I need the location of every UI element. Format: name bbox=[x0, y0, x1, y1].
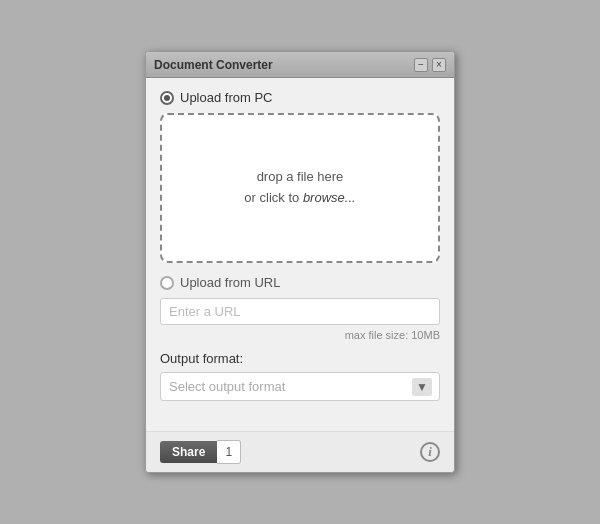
drop-zone-text: drop a file here or click to browse... bbox=[244, 167, 355, 209]
upload-pc-label: Upload from PC bbox=[180, 90, 272, 105]
info-icon[interactable]: i bbox=[420, 442, 440, 462]
dialog-titlebar: Document Converter − × bbox=[146, 52, 454, 78]
share-count: 1 bbox=[217, 440, 241, 464]
url-input[interactable] bbox=[160, 298, 440, 325]
dialog-body: Upload from PC drop a file here or click… bbox=[146, 78, 454, 431]
titlebar-buttons: − × bbox=[414, 58, 446, 72]
close-button[interactable]: × bbox=[432, 58, 446, 72]
upload-pc-radio[interactable] bbox=[160, 91, 174, 105]
dialog-footer: Share 1 i bbox=[146, 431, 454, 472]
upload-pc-radio-row[interactable]: Upload from PC bbox=[160, 90, 440, 105]
dialog-title: Document Converter bbox=[154, 58, 273, 72]
share-button[interactable]: Share bbox=[160, 441, 217, 463]
upload-url-radio-row[interactable]: Upload from URL bbox=[160, 275, 440, 290]
format-select-wrapper: Select output format ▼ bbox=[160, 372, 440, 401]
footer-left: Share 1 bbox=[160, 440, 241, 464]
document-converter-dialog: Document Converter − × Upload from PC dr… bbox=[145, 51, 455, 473]
upload-url-radio[interactable] bbox=[160, 276, 174, 290]
upload-url-label: Upload from URL bbox=[180, 275, 280, 290]
drop-zone[interactable]: drop a file here or click to browse... bbox=[160, 113, 440, 263]
output-format-label: Output format: bbox=[160, 351, 440, 366]
minimize-button[interactable]: − bbox=[414, 58, 428, 72]
format-select[interactable]: Select output format bbox=[160, 372, 440, 401]
max-file-size-text: max file size: 10MB bbox=[160, 329, 440, 341]
